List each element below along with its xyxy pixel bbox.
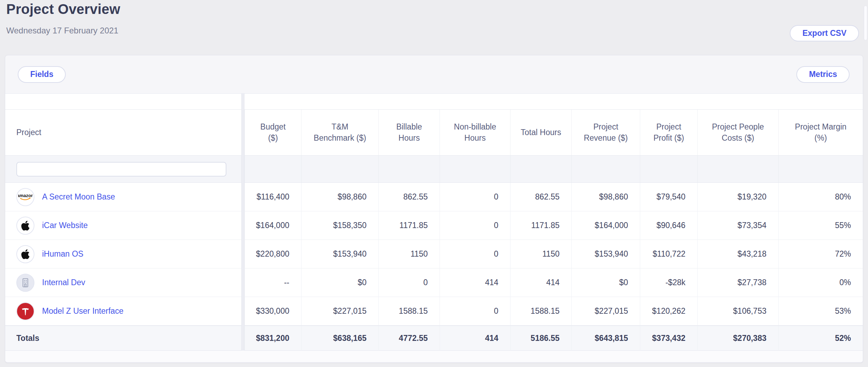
filter-cell <box>440 156 510 183</box>
table-cell: 1588.15 <box>510 297 571 326</box>
table-cell: 1150 <box>510 240 571 268</box>
totals-cell: 4772.55 <box>378 326 440 351</box>
table-cell: -$28k <box>640 268 697 297</box>
column-header-billable-hours[interactable]: Billable Hours <box>378 110 440 156</box>
table-cell: 0 <box>440 211 510 240</box>
table-row-project: iHuman OS <box>5 240 241 268</box>
filter-row-project <box>5 156 241 183</box>
table-cell: $220,800 <box>244 240 301 268</box>
column-header-tm-benchmark[interactable]: T&M Benchmark ($) <box>301 110 378 156</box>
table-cell: 53% <box>778 297 863 326</box>
table-cell: 80% <box>778 183 863 211</box>
table-cell: $106,753 <box>697 297 778 326</box>
table-cell: 0% <box>778 268 863 297</box>
table-cell: $120,262 <box>640 297 697 326</box>
table-cell: 862.55 <box>510 183 571 211</box>
table-row-project: amazon A Secret Moon Base <box>5 183 241 211</box>
totals-cell: $831,200 <box>244 326 301 351</box>
totals-cell: 5186.55 <box>510 326 571 351</box>
totals-cell: $270,383 <box>697 326 778 351</box>
group-header-left <box>5 94 241 110</box>
table-cell: 1150 <box>378 240 440 268</box>
report-card: Fields Metrics Project Budget ($) T&M Be… <box>5 55 863 363</box>
table-cell: $164,000 <box>571 211 640 240</box>
table-cell: 414 <box>440 268 510 297</box>
table-toolbar: Fields Metrics <box>5 55 863 94</box>
table-cell: $27,738 <box>697 268 778 297</box>
table-cell: 1588.15 <box>378 297 440 326</box>
column-header-project-profit[interactable]: Project Profit ($) <box>640 110 697 156</box>
group-header-right <box>244 94 863 110</box>
metrics-button[interactable]: Metrics <box>796 66 850 83</box>
table-footer <box>5 351 863 362</box>
table-row-project: Internal Dev <box>5 268 241 297</box>
table-cell: $0 <box>571 268 640 297</box>
table-cell: $19,320 <box>697 183 778 211</box>
table-cell: $73,354 <box>697 211 778 240</box>
table-cell: 0 <box>440 183 510 211</box>
building-logo <box>16 274 34 292</box>
column-header-budget[interactable]: Budget ($) <box>244 110 301 156</box>
column-header-project[interactable]: Project <box>5 110 241 156</box>
table-cell: $158,350 <box>301 211 378 240</box>
totals-cell: $643,815 <box>571 326 640 351</box>
table-cell: $98,860 <box>571 183 640 211</box>
column-header-project-revenue[interactable]: Project Revenue ($) <box>571 110 640 156</box>
table-cell: 55% <box>778 211 863 240</box>
apple-logo <box>16 245 34 263</box>
column-header-project-margin[interactable]: Project Margin (%) <box>778 110 863 156</box>
page-header: Project Overview Wednesday 17 February 2… <box>0 0 868 55</box>
table-cell: $153,940 <box>301 240 378 268</box>
export-csv-button[interactable]: Export CSV <box>790 25 859 41</box>
table-cell: 414 <box>510 268 571 297</box>
project-link[interactable]: Internal Dev <box>42 278 85 287</box>
project-link[interactable]: A Secret Moon Base <box>42 192 115 202</box>
totals-cell: $638,165 <box>301 326 378 351</box>
table-cell: $164,000 <box>244 211 301 240</box>
fields-button[interactable]: Fields <box>18 66 66 83</box>
table-cell: -- <box>244 268 301 297</box>
table-cell: $330,000 <box>244 297 301 326</box>
table-cell: $90,646 <box>640 211 697 240</box>
amazon-logo: amazon <box>16 188 34 206</box>
table-row-project: iCar Website <box>5 211 241 240</box>
vertical-scrollbar-thumb[interactable] <box>864 6 867 40</box>
filter-cell <box>571 156 640 183</box>
table-cell: $110,722 <box>640 240 697 268</box>
page-title: Project Overview <box>6 1 120 17</box>
project-link[interactable]: Model Z User Interface <box>42 306 123 316</box>
project-filter-input[interactable] <box>16 162 226 177</box>
table-cell: 0 <box>440 240 510 268</box>
filter-cell <box>778 156 863 183</box>
filter-cell <box>697 156 778 183</box>
filter-cell <box>510 156 571 183</box>
table-cell: 1171.85 <box>510 211 571 240</box>
column-header-non-billable-hours[interactable]: Non-billable Hours <box>440 110 510 156</box>
table-cell: 1171.85 <box>378 211 440 240</box>
filter-cell <box>244 156 301 183</box>
filter-cell <box>378 156 440 183</box>
filter-cell <box>640 156 697 183</box>
column-header-project-people-costs[interactable]: Project People Costs ($) <box>697 110 778 156</box>
table-cell: 72% <box>778 240 863 268</box>
totals-cell: 52% <box>778 326 863 351</box>
totals-cell: $373,432 <box>640 326 697 351</box>
table-cell: 0 <box>378 268 440 297</box>
table-cell: $227,015 <box>571 297 640 326</box>
project-link[interactable]: iCar Website <box>42 221 88 230</box>
totals-cell: 414 <box>440 326 510 351</box>
tesla-logo <box>16 302 34 320</box>
totals-label: Totals <box>5 326 241 351</box>
table-cell: $153,940 <box>571 240 640 268</box>
table-cell: 0 <box>440 297 510 326</box>
filter-cell <box>301 156 378 183</box>
column-header-total-hours[interactable]: Total Hours <box>510 110 571 156</box>
project-link[interactable]: iHuman OS <box>42 249 83 259</box>
table-cell: 862.55 <box>378 183 440 211</box>
svg-text:amazon: amazon <box>18 193 33 198</box>
table-cell: $227,015 <box>301 297 378 326</box>
projects-table: Project Budget ($) T&M Benchmark ($) Bil… <box>5 94 863 351</box>
table-cell: $79,540 <box>640 183 697 211</box>
table-row-project: Model Z User Interface <box>5 297 241 326</box>
table-cell: $0 <box>301 268 378 297</box>
